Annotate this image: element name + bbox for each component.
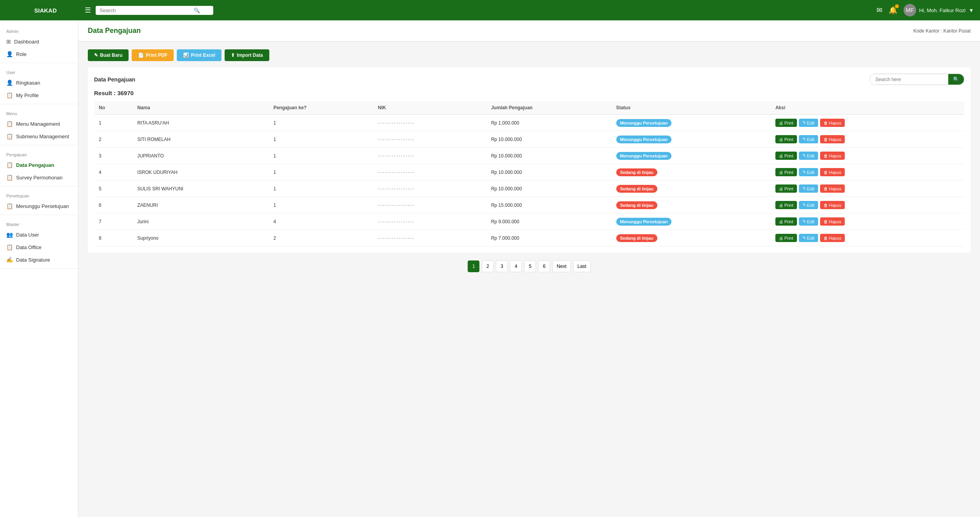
hapus-button[interactable]: 🗑 Hapus	[820, 135, 845, 143]
sidebar-label-data-pengajuan: Data Pengajuan	[16, 162, 54, 168]
cell-nik: ••••••••••••••••	[373, 213, 486, 230]
trash-icon: 🗑	[824, 137, 828, 142]
status-badge: Sedang di tinjau	[616, 168, 657, 176]
cell-nik: ••••••••••••••••	[373, 230, 486, 246]
cell-no: 2	[94, 131, 132, 148]
page-btn-6[interactable]: 6	[538, 260, 550, 272]
print-button[interactable]: 🖨 Print	[775, 217, 797, 226]
trash-icon: 🗑	[824, 236, 828, 240]
cell-nama: JUPRIANTO	[132, 148, 269, 164]
status-badge: Menunggu Persetujuan	[616, 136, 672, 143]
sidebar-item-ringkasan[interactable]: 👤Ringkasan	[0, 76, 78, 89]
edit-icon: ✎	[802, 120, 806, 125]
sidebar-icon-menu-management: 📋	[6, 121, 13, 127]
sidebar-item-data-office[interactable]: 📋Data Office	[0, 241, 78, 253]
sidebar-icon-data-user: 👥	[6, 231, 13, 238]
edit-icon: ✎	[802, 202, 806, 208]
table-row: 1RITA ASRU'AH1••••••••••••••••Rp 1.000.0…	[94, 115, 964, 131]
sidebar-icon-menunggu-persetujuan: 📋	[6, 203, 13, 209]
print-button[interactable]: 🖨 Print	[775, 152, 797, 160]
sidebar-item-submenu-management[interactable]: 📋Submenu Management	[0, 130, 78, 143]
cell-jumlah: Rp 10.000.000	[486, 164, 612, 181]
sidebar-divider	[0, 215, 78, 215]
buat-baru-button[interactable]: ✎ Buat Baru	[88, 49, 129, 61]
cell-jumlah: Rp 9.000.000	[486, 213, 612, 230]
nik-value: ••••••••••••••••	[378, 203, 415, 208]
hapus-button[interactable]: 🗑 Hapus	[820, 119, 845, 127]
sidebar-section-persetujuan: Persetujuan	[0, 189, 78, 200]
sidebar-label-survey-permohonan: Survey Permohonan	[16, 175, 63, 181]
hapus-button[interactable]: 🗑 Hapus	[820, 184, 845, 193]
sidebar-item-my-profile[interactable]: 📋My Profile	[0, 89, 78, 101]
sidebar-item-data-signature[interactable]: ✍Data Signature	[0, 253, 78, 266]
col-status: Status	[612, 101, 771, 115]
sidebar-item-menu-management[interactable]: 📋Menu Management	[0, 118, 78, 130]
page-btn-next[interactable]: Next	[552, 260, 571, 272]
print-button[interactable]: 🖨 Print	[775, 135, 797, 143]
hapus-button[interactable]: 🗑 Hapus	[820, 234, 845, 242]
trash-icon: 🗑	[824, 203, 828, 208]
sidebar-item-data-user[interactable]: 👥Data User	[0, 228, 78, 241]
cell-nama: SITI ROMELAH	[132, 131, 269, 148]
sidebar-item-dashboard[interactable]: ⊞Dashboard	[0, 35, 78, 48]
sidebar-label-role: Role	[16, 51, 27, 57]
page-btn-5[interactable]: 5	[524, 260, 536, 272]
cell-pengajuan: 1	[269, 164, 373, 181]
table-row: 6ZAENURI1••••••••••••••••Rp 15.000.000Se…	[94, 197, 964, 213]
topnav-right-icons: ✉ 🔔 MF Hi, Moh. Fatkur Rozi ▼	[877, 4, 974, 16]
printer-icon: 🖨	[779, 121, 783, 125]
print-pdf-button[interactable]: 📄 Print PDF	[132, 49, 174, 61]
sidebar-item-menunggu-persetujuan[interactable]: 📋Menunggu Persetujuan	[0, 200, 78, 212]
sidebar-icon-data-pengajuan: 📋	[6, 162, 13, 168]
sidebar-label-my-profile: My Profile	[16, 92, 39, 98]
mail-icon-button[interactable]: ✉	[877, 6, 882, 14]
printer-icon: 🖨	[779, 203, 783, 208]
edit-icon: ✎	[802, 153, 806, 158]
topnav-search-icon[interactable]: 🔍	[194, 7, 200, 13]
cell-status: Menunggu Persetujuan	[612, 115, 771, 131]
table-search-button[interactable]: 🔍	[948, 74, 964, 85]
page-btn-2[interactable]: 2	[482, 260, 494, 272]
sidebar-divider	[0, 104, 78, 104]
cell-actions: 🖨 Print✎ Edit🗑 Hapus	[771, 148, 964, 164]
hamburger-icon[interactable]: ☰	[85, 6, 91, 14]
page-btn-last[interactable]: Last	[573, 260, 591, 272]
table-top: Data Pengajuan 🔍	[94, 74, 964, 85]
print-button[interactable]: 🖨 Print	[775, 234, 797, 242]
sidebar-icon-data-signature: ✍	[6, 257, 13, 263]
print-button[interactable]: 🖨 Print	[775, 184, 797, 193]
hapus-button[interactable]: 🗑 Hapus	[820, 168, 845, 176]
table-search-input[interactable]	[870, 74, 948, 85]
action-cell: 🖨 Print✎ Edit🗑 Hapus	[775, 168, 960, 176]
edit-button[interactable]: ✎ Edit	[799, 234, 818, 242]
user-menu[interactable]: MF Hi, Moh. Fatkur Rozi ▼	[904, 4, 974, 16]
edit-button[interactable]: ✎ Edit	[799, 201, 818, 209]
edit-button[interactable]: ✎ Edit	[799, 119, 818, 127]
sidebar-label-data-office: Data Office	[16, 244, 42, 250]
edit-button[interactable]: ✎ Edit	[799, 184, 818, 193]
sidebar-item-survey-permohonan[interactable]: 📋Survey Permohonan	[0, 171, 78, 184]
edit-button[interactable]: ✎ Edit	[799, 135, 818, 143]
page-btn-1[interactable]: 1	[468, 260, 479, 272]
print-button[interactable]: 🖨 Print	[775, 119, 797, 127]
sidebar-label-data-signature: Data Signature	[16, 257, 50, 263]
hapus-button[interactable]: 🗑 Hapus	[820, 152, 845, 160]
hapus-button[interactable]: 🗑 Hapus	[820, 217, 845, 226]
page-btn-4[interactable]: 4	[510, 260, 522, 272]
edit-button[interactable]: ✎ Edit	[799, 168, 818, 176]
edit-button[interactable]: ✎ Edit	[799, 152, 818, 160]
hapus-button[interactable]: 🗑 Hapus	[820, 201, 845, 209]
printer-icon: 🖨	[779, 236, 783, 240]
edit-button[interactable]: ✎ Edit	[799, 217, 818, 226]
bell-icon-button[interactable]: 🔔	[889, 6, 897, 14]
sidebar-item-role[interactable]: 👤Role	[0, 48, 78, 60]
data-table: NoNamaPengajuan ke?NIKJumlah PengajuanSt…	[94, 101, 964, 246]
print-button[interactable]: 🖨 Print	[775, 201, 797, 209]
sidebar-item-data-pengajuan[interactable]: 📋Data Pengajuan	[0, 159, 78, 171]
status-badge: Menunggu Persetujuan	[616, 152, 672, 160]
print-excel-button[interactable]: 📊 Print Excel	[177, 49, 221, 61]
print-button[interactable]: 🖨 Print	[775, 168, 797, 176]
import-data-button[interactable]: ⬆ Import Data	[225, 49, 269, 61]
page-btn-3[interactable]: 3	[496, 260, 508, 272]
topnav-search-input[interactable]	[100, 7, 194, 13]
